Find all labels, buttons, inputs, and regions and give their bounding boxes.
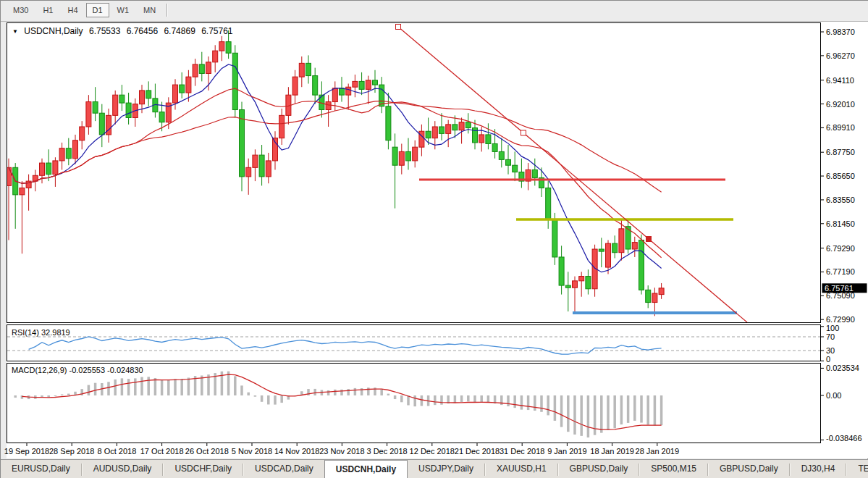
price-axis-label: 6.94110: [826, 76, 854, 85]
price-axis-label: 6.96270: [826, 51, 855, 60]
chart-symbol-label: USDCNH,Daily: [24, 26, 83, 36]
date-axis-label: 28 Sep 2018: [49, 447, 94, 456]
terminal-window: M30H1H4D1W1MN 6.983706.962706.941106.920…: [0, 0, 868, 478]
current-price-text: 6.75761: [825, 284, 854, 293]
date-axis-label: 19 Sep 2018: [4, 447, 49, 456]
timeframe-toolbar: M30H1H4D1W1MN: [1, 1, 868, 22]
date-axis-label: 31 Dec 2018: [500, 447, 544, 456]
chart-canvas[interactable]: 6.983706.962706.941106.920106.899106.877…: [1, 1, 868, 459]
date-axis-label: 5 Nov 2018: [232, 447, 272, 456]
macd-indicator-label: MACD(12,26,9) -0.025553 -0.024830: [12, 366, 143, 374]
trendline-handle-mid[interactable]: [521, 130, 526, 135]
trendline-handle-end[interactable]: [646, 237, 652, 242]
resistance-hline[interactable]: [419, 179, 725, 181]
date-axis-label: 23 Nov 2018: [319, 447, 364, 456]
macd-axis-label: -0.038466: [826, 434, 862, 443]
symbol-dropdown-icon[interactable]: ▼: [12, 28, 18, 35]
support-hline[interactable]: [573, 311, 737, 314]
symbol-tab-bar: EURUSD,DailyAUDUSD,DailyUSDCHF,DailyUSDC…: [1, 459, 868, 478]
rsi-axis-label: 100: [826, 324, 839, 332]
tab-gbpusd-daily[interactable]: GBPUSD,Daily: [709, 460, 789, 478]
tab-dj30-h4[interactable]: DJ30,H4: [791, 460, 846, 478]
timeframe-mn-button[interactable]: MN: [137, 3, 162, 17]
macd-axis-label: 0.023534: [826, 364, 859, 372]
trendline-handle-start[interactable]: [396, 25, 401, 30]
rsi-panel[interactable]: [7, 325, 821, 361]
chart-header: ▼ USDCNH,Daily 6.75533 6.76456 6.74869 6…: [12, 26, 237, 36]
rsi-axis-label: 30: [826, 346, 835, 355]
tab-eurusd-daily[interactable]: EURUSD,Daily: [1, 460, 81, 478]
date-axis-label: 18 Jan 2019: [590, 447, 634, 456]
date-axis-label: 8 Oct 2018: [97, 447, 136, 456]
price-axis-label: 6.77190: [826, 267, 855, 276]
tab-audusd-daily[interactable]: AUDUSD,Daily: [83, 460, 163, 478]
ohlc-high: 6.76456: [127, 26, 158, 36]
toolbar-separator: [167, 4, 168, 17]
date-axis[interactable]: 19 Sep 201828 Sep 20188 Oct 201817 Oct 2…: [4, 443, 679, 456]
timeframe-d1-button[interactable]: D1: [86, 3, 109, 17]
tab-tech100-h1[interactable]: TECH100,H1: [847, 460, 868, 478]
date-axis-label: 12 Dec 2018: [410, 447, 455, 456]
timeframe-m30-button[interactable]: M30: [7, 3, 35, 17]
price-axis-label: 6.98370: [826, 28, 855, 36]
tab-gbpusd-daily[interactable]: GBPUSD,Daily: [559, 460, 639, 478]
tab-sp500-m15[interactable]: SP500,M15: [640, 460, 707, 478]
rsi-value: 32.9819: [41, 328, 70, 337]
rsi-axis-label: 0: [826, 355, 830, 364]
macd-signal-value: -0.024830: [107, 366, 143, 374]
ohlc-low: 6.74869: [164, 26, 195, 36]
rsi-name: RSI(14): [12, 328, 39, 337]
tab-usdcnh-daily[interactable]: USDCNH,Daily: [324, 460, 408, 478]
macd-axis-label: 0.00: [826, 391, 841, 400]
price-axis[interactable]: 6.983706.962706.941106.920106.899106.877…: [821, 28, 855, 324]
price-axis-label: 6.83550: [826, 196, 855, 204]
date-axis-label: 28 Jan 2019: [636, 447, 680, 456]
date-axis-label: 14 Nov 2018: [274, 447, 319, 456]
price-panel[interactable]: [7, 23, 821, 323]
price-axis-label: 6.87750: [826, 148, 855, 156]
rsi-indicator-label: RSI(14) 32.9819: [12, 328, 70, 337]
date-axis-label: 17 Oct 2018: [140, 447, 184, 456]
tab-usdjpy-daily[interactable]: USDJPY,Daily: [408, 460, 484, 478]
date-axis-label: 3 Dec 2018: [366, 447, 407, 456]
date-axis-label: 9 Jan 2019: [547, 447, 586, 456]
price-axis-label: 6.92010: [826, 100, 855, 109]
price-axis-label: 6.79290: [826, 244, 855, 253]
price-axis-label: 6.89910: [826, 123, 855, 132]
date-axis-label: 26 Oct 2018: [185, 447, 229, 456]
macd-name: MACD(12,26,9): [12, 366, 67, 374]
price-axis-label: 6.72990: [826, 315, 855, 324]
tab-usdcad-daily[interactable]: USDCAD,Daily: [244, 460, 324, 478]
ohlc-close: 6.75761: [201, 26, 232, 36]
macd-main-value: -0.025553: [69, 366, 105, 374]
date-axis-label: 21 Dec 2018: [455, 447, 500, 456]
price-axis-label: 6.85650: [826, 172, 855, 180]
timeframe-h4-button[interactable]: H4: [61, 3, 84, 17]
tab-usdchf-daily[interactable]: USDCHF,Daily: [164, 460, 243, 478]
ohlc-open: 6.75533: [89, 26, 120, 36]
timeframe-w1-button[interactable]: W1: [111, 3, 136, 17]
tab-xauusd-h1[interactable]: XAUUSD,H1: [486, 460, 557, 478]
price-axis-label: 6.81450: [826, 219, 855, 228]
rsi-axis-label: 70: [826, 332, 835, 341]
timeframe-h1-button[interactable]: H1: [36, 3, 59, 17]
